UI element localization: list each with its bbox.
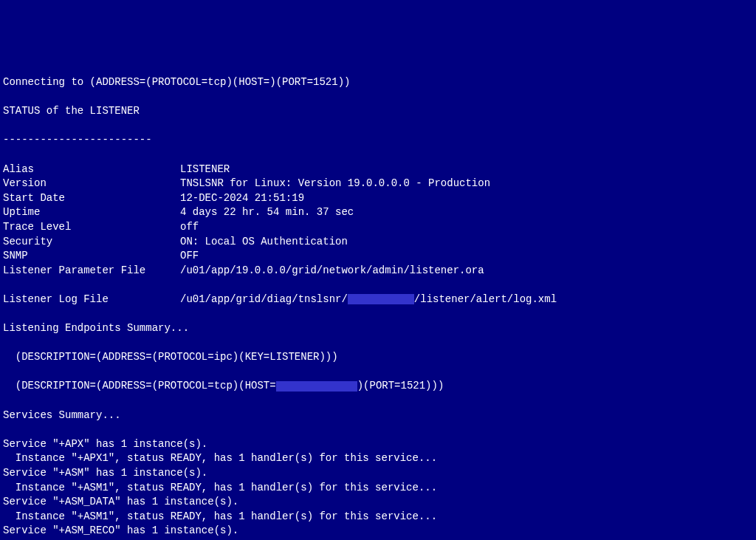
instance-line: Instance "+APX1", status READY, has 1 ha… [3, 451, 756, 466]
instance-line: Instance "+ASM1", status READY, has 1 ha… [3, 510, 756, 524]
status-value: LISTENER [180, 163, 756, 177]
endpoints-summary-title: Listening Endpoints Summary... [3, 321, 756, 336]
service-line: Service "+ASM_DATA" has 1 instance(s). [3, 495, 756, 510]
status-row: Uptime4 days 22 hr. 54 min. 37 sec [3, 205, 756, 220]
service-line: Service "+ASM_RECO" has 1 instance(s). [3, 524, 756, 539]
status-key: Trace Level [3, 220, 180, 235]
log-file-key: Listener Log File [3, 293, 180, 307]
endpoint-ipc: (DESCRIPTION=(ADDRESS=(PROTOCOL=ipc)(KEY… [3, 350, 756, 365]
status-header: STATUS of the LISTENER [3, 104, 756, 119]
status-key: Listener Parameter File [3, 264, 180, 278]
connecting-line: Connecting to (ADDRESS=(PROTOCOL=tcp)(HO… [3, 75, 756, 90]
services-summary-title: Services Summary... [3, 409, 756, 423]
status-key: Uptime [3, 205, 180, 220]
status-value: 12-DEC-2024 21:51:19 [180, 191, 756, 206]
status-key: Start Date [3, 191, 180, 206]
terminal-output: Connecting to (ADDRESS=(PROTOCOL=tcp)(HO… [3, 61, 756, 540]
status-row: Listener Parameter File/u01/app/19.0.0.0… [3, 264, 756, 278]
status-value: 4 days 22 hr. 54 min. 37 sec [180, 205, 756, 220]
status-key: Version [3, 177, 180, 191]
status-key: Security [3, 235, 180, 250]
status-value: TNSLSNR for Linux: Version 19.0.0.0.0 - … [180, 177, 756, 191]
instance-line: Instance "+ASM1", status READY, has 1 ha… [3, 481, 756, 496]
service-line: Service "+ASM" has 1 instance(s). [3, 466, 756, 481]
status-row: SNMPOFF [3, 249, 756, 264]
redacted-hostname [348, 294, 414, 304]
status-row: AliasLISTENER [3, 163, 756, 177]
status-value: ON: Local OS Authentication [180, 235, 756, 250]
listener-log-file-row: Listener Log File/u01/app/grid/diag/tnsl… [3, 293, 756, 307]
service-line: Service "+APX" has 1 instance(s). [3, 437, 756, 452]
status-value: OFF [180, 249, 756, 264]
status-row: Start Date12-DEC-2024 21:51:19 [3, 191, 756, 206]
divider: ------------------------ [3, 133, 756, 148]
redacted-tcp-host [276, 381, 357, 392]
status-row: VersionTNSLSNR for Linux: Version 19.0.0… [3, 177, 756, 191]
log-file-value: /u01/app/grid/diag/tnslsnr//listener/ale… [180, 293, 756, 307]
status-value: /u01/app/19.0.0.0/grid/network/admin/lis… [180, 264, 756, 278]
status-row: SecurityON: Local OS Authentication [3, 235, 756, 250]
status-key: SNMP [3, 249, 180, 264]
status-key: Alias [3, 163, 180, 177]
status-value: off [180, 220, 756, 235]
endpoint-tcp: (DESCRIPTION=(ADDRESS=(PROTOCOL=tcp)(HOS… [3, 379, 756, 394]
status-row: Trace Leveloff [3, 220, 756, 235]
